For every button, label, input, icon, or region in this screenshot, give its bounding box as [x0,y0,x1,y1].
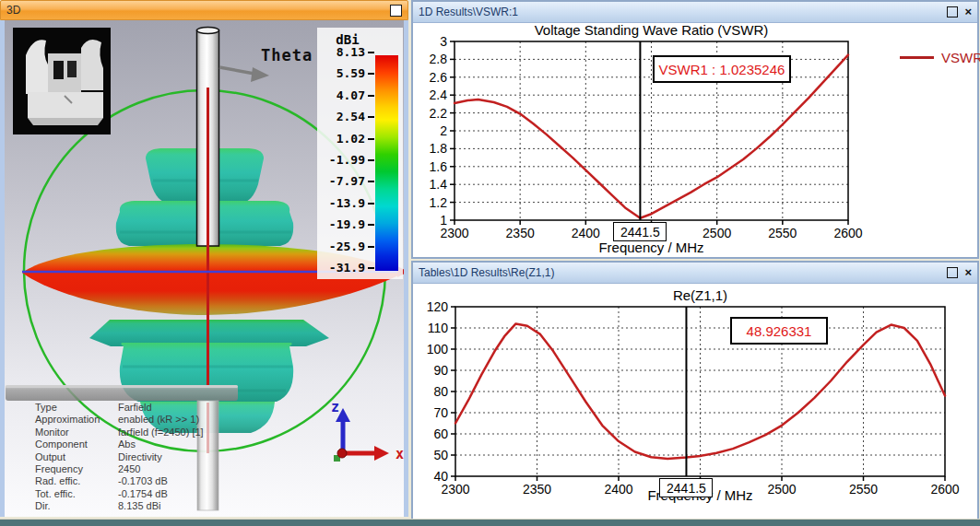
colorbar-tick [368,159,374,161]
chart-title: Voltage Standing Wave Ratio (VSWR) [535,22,769,38]
colorbar-tick [368,181,374,182]
vswr-chart[interactable]: 23002350240025002550260011.21.41.61.822.… [413,22,977,257]
x-tick-label: 2500 [767,482,796,497]
colorbar-tick [368,73,374,75]
theta-label: Theta [261,46,313,64]
3d-viewport[interactable]: Theta z x [0,20,408,517]
colorbar-tick [368,203,374,205]
coordinate-axes-widget: z x [331,399,404,462]
y-tick-label: 2 [440,123,447,138]
colorbar-label: 1.02 [317,134,365,145]
y-tick-label: 100 [427,342,449,357]
info-label: Approximation [35,414,118,426]
colorbar-label: 2.54 [317,111,365,123]
y-tick-label: 2.6 [430,70,448,85]
vswr-panel-titlebar[interactable]: 1D Results\VSWR:1 × [413,2,977,23]
y-tick-label: 2.4 [430,88,448,102]
3d-panel-titlebar[interactable]: 3D [0,0,408,20]
info-label: Type [35,402,118,414]
x-tick-label: 2400 [604,482,632,497]
legend-label: VSWR1 [941,50,980,65]
vswr-panel-title: 1D Results\VSWR:1 [419,6,518,18]
info-label: Output [35,451,118,463]
info-row: Rad. effic.-0.1703 dB [35,475,293,487]
colorbar: dBi 8.135.594.072.541.02-1.99-7.97-13.9-… [317,28,403,279]
legend: VSWR1 [900,50,980,65]
info-value: Abs [118,438,293,450]
colorbar-tick [368,246,374,248]
colorbar-tick [368,95,374,97]
marker-value-box[interactable]: VSWR1 : 1.0235246 [653,55,791,83]
y-tick-label: 2.2 [430,106,448,121]
x-tick-label: 2300 [440,226,468,240]
colorbar-label: 5.59 [317,68,365,79]
info-row: Approximationenabled (kR >> 1) [35,414,293,426]
chart-title: Re(Z1,1) [673,287,727,303]
info-value: Farfield [118,402,293,414]
y-tick-label: 1.6 [430,159,448,174]
info-value: farfield (f=2450) [1] [118,427,293,438]
info-label: Component [35,438,118,450]
colorbar-label: -13.9 [317,198,365,209]
colorbar-tick [368,116,374,118]
y-tick-label: 2.8 [430,52,448,66]
colorbar-label: -25.9 [317,241,365,252]
colorbar-label: -31.9 [317,263,365,274]
colorbar-tick [368,138,374,140]
colorbar-tick [368,52,374,53]
close-icon[interactable]: × [964,7,972,17]
3d-panel-title: 3D [6,4,20,17]
3d-view-panel: 3D [0,0,408,519]
maximize-icon[interactable] [390,5,402,17]
x-tick-label: 2350 [523,482,551,497]
y-tick-label: 70 [433,405,448,420]
y-tick-label: 80 [433,384,448,399]
rez-panel-titlebar[interactable]: Tables\1D Results\Re(Z1,1) × [413,263,977,284]
colorbar-label: -19.9 [317,219,365,230]
marker-value-box[interactable]: 48.926331 [730,317,828,345]
info-row: OutputDirectivity [35,451,293,463]
maximize-icon[interactable] [947,6,958,18]
info-value: -0.1754 dB [118,488,293,500]
info-value: 8.135 dBi [118,500,293,512]
info-label: Monitor [35,427,118,438]
info-value: 2450 [118,463,293,475]
info-label: Tot. effic. [35,488,118,500]
colorbar-label: -1.99 [317,155,365,166]
info-label: Rad. effic. [35,475,118,487]
rez-chart[interactable]: 2300235024002500255026004050607080901001… [413,283,977,519]
x-tick-label: 2600 [833,226,862,240]
x-tick-label: 2550 [768,226,797,240]
x-axis-label: Frequency / MHz [598,240,703,255]
x-tick-label: 2550 [849,482,878,497]
y-tick-label: 1.2 [430,195,448,210]
window-bottom-edge [0,519,980,526]
info-label: Frequency [35,463,118,475]
y-tick-label: 110 [428,321,449,335]
x-tick-label: 2400 [572,226,600,240]
info-row: TypeFarfield [35,402,293,414]
rez-panel-title: Tables\1D Results\Re(Z1,1) [419,266,554,279]
maximize-icon[interactable] [947,267,958,278]
antenna-model-inset [13,28,111,134]
info-value: Directivity [118,451,293,463]
colorbar-tick [368,224,374,226]
y-tick-label: 90 [433,363,448,378]
x-tick-label: 2350 [506,226,535,240]
vswr-result-panel: 1D Results\VSWR:1 × 23002350240025002550… [411,0,979,259]
y-tick-label: 60 [433,427,448,441]
legend-line-icon [900,56,934,59]
farfield-info-table: TypeFarfieldApproximationenabled (kR >> … [35,402,293,513]
colorbar-label: 8.13 [317,47,365,58]
info-row: ComponentAbs [35,438,293,450]
ground-shadow-slab [6,385,238,401]
info-label: Dir. [35,500,118,512]
y-tick-label: 1.4 [430,177,448,192]
y-tick-label: 50 [433,448,448,462]
info-row: Frequency2450 [35,463,293,475]
x-tick-label: 2300 [441,482,469,497]
marker-frequency-box[interactable]: 2441.5 [613,222,667,241]
close-icon[interactable]: × [964,268,972,277]
marker-frequency-box[interactable]: 2441.5 [659,478,713,497]
colorbar-gradient [375,55,398,271]
